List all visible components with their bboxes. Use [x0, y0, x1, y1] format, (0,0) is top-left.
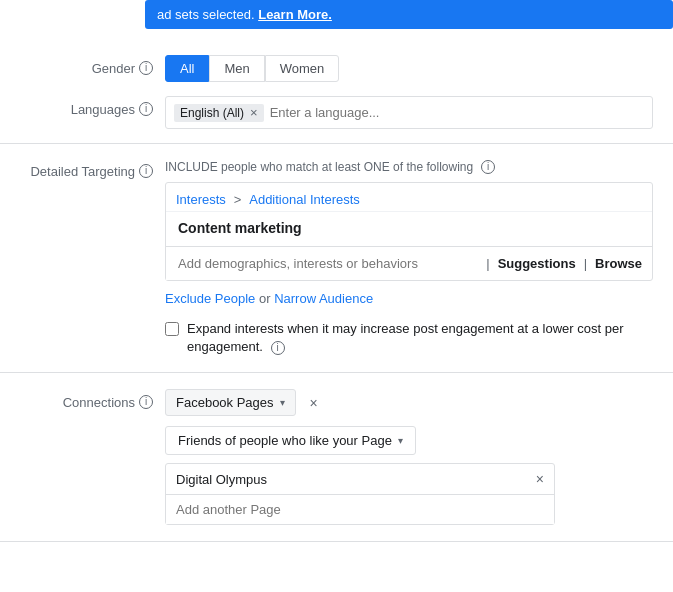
detailed-targeting-label: Detailed Targeting i: [20, 160, 165, 179]
expand-info-icon[interactable]: i: [271, 341, 285, 355]
languages-box[interactable]: English (All) ×: [165, 96, 653, 129]
suggestions-browse: | Suggestions | Browse: [486, 256, 652, 271]
breadcrumb: Interests > Additional Interests: [166, 183, 652, 212]
facebook-pages-dropdown[interactable]: Facebook Pages ▾: [165, 389, 296, 416]
remove-page-button[interactable]: ×: [536, 471, 544, 487]
languages-label: Languages i: [20, 96, 165, 117]
suggestions-button[interactable]: Suggestions: [498, 256, 576, 271]
language-tag-close[interactable]: ×: [250, 106, 258, 119]
gender-all-button[interactable]: All: [165, 55, 209, 82]
language-tag: English (All) ×: [174, 104, 264, 122]
fb-pages-chevron-icon: ▾: [280, 397, 285, 408]
language-tag-value: English (All): [180, 106, 244, 120]
add-targeting-input[interactable]: [166, 247, 486, 280]
connections-section: Connections i Facebook Pages ▾ × Friends…: [0, 373, 673, 542]
add-targeting-row: | Suggestions | Browse: [166, 247, 652, 280]
top-banner: ad sets selected. Learn More.: [145, 0, 673, 29]
gender-men-button[interactable]: Men: [209, 55, 264, 82]
connections-label: Connections i: [20, 389, 165, 410]
learn-more-link[interactable]: Learn More.: [258, 7, 332, 22]
languages-row: Languages i English (All) ×: [20, 96, 653, 129]
exclude-people-link[interactable]: Exclude People: [165, 291, 255, 306]
gender-row: Gender i All Men Women: [20, 55, 653, 82]
breadcrumb-separator: >: [234, 192, 242, 207]
include-text: INCLUDE people who match at least ONE of…: [165, 160, 653, 174]
add-page-input[interactable]: [166, 495, 554, 524]
connections-info-icon[interactable]: i: [139, 395, 153, 409]
detailed-row: Detailed Targeting i INCLUDE people who …: [20, 160, 653, 356]
friends-of-dropdown[interactable]: Friends of people who like your Page ▾: [165, 426, 416, 455]
gender-control: All Men Women: [165, 55, 653, 82]
gender-section: Gender i All Men Women Languages i Engli…: [0, 41, 673, 144]
connections-control: Facebook Pages ▾ × Friends of people who…: [165, 389, 653, 525]
content-marketing-item: Content marketing: [166, 212, 652, 247]
banner-message: ad sets selected.: [157, 7, 255, 22]
gender-women-button[interactable]: Women: [265, 55, 340, 82]
expand-interests-row: Expand interests when it may increase po…: [165, 320, 653, 356]
remove-fb-pages-button[interactable]: ×: [304, 391, 324, 415]
gender-info-icon[interactable]: i: [139, 61, 153, 75]
narrow-audience-link[interactable]: Narrow Audience: [274, 291, 373, 306]
expand-interests-checkbox[interactable]: [165, 322, 179, 336]
banner-text: ad sets selected. Learn More.: [157, 7, 332, 22]
detailed-targeting-control: INCLUDE people who match at least ONE of…: [165, 160, 653, 356]
page-tag-item: Digital Olympus ×: [166, 464, 554, 495]
page-name-label: Digital Olympus: [176, 472, 267, 487]
languages-info-icon[interactable]: i: [139, 102, 153, 116]
languages-control: English (All) ×: [165, 96, 653, 129]
top-banner-section: ad sets selected. Learn More.: [0, 0, 673, 29]
include-info-icon[interactable]: i: [481, 160, 495, 174]
expand-interests-text: Expand interests when it may increase po…: [187, 320, 653, 356]
gender-buttons: All Men Women: [165, 55, 653, 82]
detailed-targeting-section: Detailed Targeting i INCLUDE people who …: [0, 144, 673, 373]
gender-label: Gender i: [20, 55, 165, 76]
interests-breadcrumb-link[interactable]: Interests: [176, 192, 226, 207]
fb-pages-row: Facebook Pages ▾ ×: [165, 389, 653, 416]
friends-dropdown-row: Friends of people who like your Page ▾: [165, 426, 653, 455]
browse-button[interactable]: Browse: [595, 256, 642, 271]
friends-chevron-icon: ▾: [398, 435, 403, 446]
targeting-actions: Exclude People or Narrow Audience: [165, 291, 653, 306]
connections-row: Connections i Facebook Pages ▾ × Friends…: [20, 389, 653, 525]
additional-interests-breadcrumb-link[interactable]: Additional Interests: [249, 192, 360, 207]
language-input[interactable]: [268, 103, 644, 122]
page-tag-box: Digital Olympus ×: [165, 463, 555, 525]
targeting-box: Interests > Additional Interests Content…: [165, 182, 653, 281]
detailed-targeting-info-icon[interactable]: i: [139, 164, 153, 178]
